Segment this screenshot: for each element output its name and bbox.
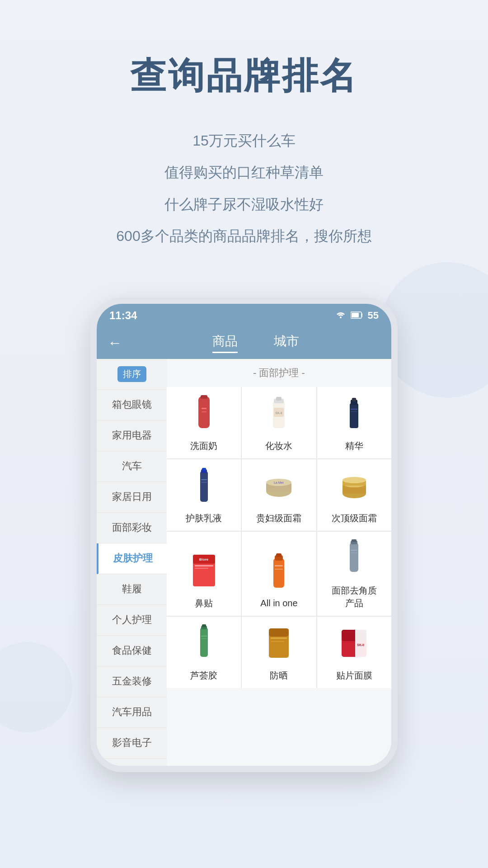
svg-rect-9 [276, 397, 282, 401]
product-cell-sheet-mask[interactable]: SK-II 贴片面膜 [317, 617, 391, 688]
product-image-aloe [188, 624, 220, 665]
svg-rect-54 [269, 628, 289, 637]
product-image-lotion [188, 467, 220, 507]
product-cell-luxury-cream[interactable]: La Mer 贵妇级面霜 [242, 459, 316, 531]
product-cell-allinone[interactable]: All in one [242, 532, 316, 616]
category-header: - 面部护理 - [167, 359, 391, 387]
back-button[interactable]: ← [108, 335, 122, 351]
product-label-sunscreen: 防晒 [270, 669, 288, 682]
phone-wrapper: 11:34 [0, 279, 488, 772]
product-cell-exfoliant[interactable]: 面部去角质 产品 [317, 532, 391, 616]
sidebar-label: 个人护理 [112, 613, 152, 627]
svg-rect-35 [195, 565, 213, 566]
product-image-nose-strip: Biore [188, 552, 220, 592]
product-cell-sunscreen[interactable]: 防晒 [242, 617, 316, 688]
sidebar-label: 面部彩妆 [112, 521, 152, 534]
wifi-icon [335, 310, 346, 321]
svg-rect-51 [201, 636, 207, 637]
product-image-essence [338, 394, 370, 435]
svg-rect-21 [201, 482, 207, 483]
svg-text:SK-II: SK-II [276, 411, 283, 415]
product-label-premium-cream: 次顶级面霜 [332, 512, 377, 524]
sidebar-item-bags[interactable]: 箱包眼镜 [97, 390, 167, 420]
status-bar: 11:34 [97, 304, 391, 327]
subtitle-list: 15万元买什么车 值得购买的口红种草清单 什么牌子尿不湿吸水性好 600多个品类… [0, 125, 488, 252]
product-cell-lotion[interactable]: 护肤乳液 [167, 459, 241, 531]
sidebar-item-electronics[interactable]: 影音电子 [97, 728, 167, 759]
svg-point-0 [340, 316, 342, 318]
sidebar-item-cars[interactable]: 汽车 [97, 451, 167, 482]
sidebar-item-shoes[interactable]: 鞋履 [97, 574, 167, 605]
sort-badge: 排序 [117, 366, 146, 382]
sidebar-label: 鞋履 [122, 582, 142, 596]
product-cell-aloe[interactable]: 芦荟胶 [167, 617, 241, 688]
subtitle-3: 什么牌子尿不湿吸水性好 [0, 189, 488, 220]
svg-text:La Mer: La Mer [274, 481, 284, 484]
sidebar-label: 影音电子 [112, 736, 152, 750]
svg-rect-48 [200, 627, 208, 657]
sidebar-label: 家居日用 [112, 490, 152, 504]
svg-rect-20 [201, 479, 207, 480]
svg-rect-40 [276, 553, 282, 557]
svg-text:Biore: Biore [199, 557, 208, 561]
svg-rect-42 [275, 569, 283, 570]
product-image-sunscreen [263, 624, 295, 665]
product-image-toner: SK-II [263, 394, 295, 435]
sidebar-item-personal[interactable]: 个人护理 [97, 605, 167, 636]
svg-rect-2 [352, 313, 359, 317]
tab-products[interactable]: 商品 [212, 333, 238, 353]
svg-rect-17 [200, 471, 208, 502]
svg-rect-4 [201, 395, 207, 399]
product-image-premium-cream [338, 467, 370, 507]
svg-rect-16 [351, 411, 357, 412]
svg-rect-41 [275, 565, 283, 566]
sidebar-item-makeup[interactable]: 面部彩妆 [97, 513, 167, 543]
svg-rect-52 [201, 638, 207, 639]
svg-point-32 [343, 477, 366, 483]
product-image-cleanser [188, 394, 220, 435]
product-label-lotion: 护肤乳液 [186, 512, 222, 524]
svg-rect-47 [351, 552, 357, 553]
product-image-exfoliant [338, 539, 370, 580]
sidebar-item-auto[interactable]: 汽车用品 [97, 697, 167, 728]
svg-rect-12 [350, 403, 358, 428]
svg-text:SK-II: SK-II [357, 643, 364, 646]
product-image-luxury-cream: La Mer [263, 467, 295, 507]
svg-rect-55 [271, 637, 287, 639]
product-image-allinone [263, 552, 295, 592]
sidebar-item-appliances[interactable]: 家用电器 [97, 420, 167, 451]
sidebar-item-hardware[interactable]: 五金装修 [97, 666, 167, 697]
svg-rect-15 [351, 409, 357, 410]
page-background: 查询品牌排名 15万元买什么车 值得购买的口红种草清单 什么牌子尿不湿吸水性好 … [0, 0, 488, 868]
subtitle-4: 600多个品类的商品品牌排名，搜你所想 [0, 220, 488, 252]
svg-rect-60 [355, 630, 366, 641]
product-label-aloe: 芦荟胶 [190, 669, 217, 682]
header-section: 查询品牌排名 15万元买什么车 值得购买的口红种草清单 什么牌子尿不湿吸水性好 … [0, 0, 488, 252]
phone-mockup: 11:34 [90, 297, 398, 772]
product-label-sheet-mask: 贴片面膜 [336, 669, 372, 682]
product-cell-essence[interactable]: 精华 [317, 387, 391, 458]
battery-icon [351, 310, 363, 321]
page-title: 查询品牌排名 [0, 54, 488, 98]
svg-rect-46 [351, 550, 357, 551]
tab-cities[interactable]: 城市 [274, 333, 299, 353]
product-cell-toner[interactable]: SK-II 化妆水 [242, 387, 316, 458]
product-label-luxury-cream: 贵妇级面霜 [256, 512, 301, 524]
svg-rect-43 [350, 542, 358, 572]
svg-rect-38 [273, 558, 284, 588]
product-cell-nose-strip[interactable]: Biore 鼻贴 [167, 532, 241, 616]
sidebar-item-skincare[interactable]: 皮肤护理 [97, 543, 167, 574]
sidebar-item-food[interactable]: 食品保健 [97, 636, 167, 666]
product-cell-cleanser[interactable]: 洗面奶 [167, 387, 241, 458]
sidebar-item-home[interactable]: 家居日用 [97, 482, 167, 513]
product-area: - 面部护理 - [167, 359, 391, 766]
subtitle-1: 15万元买什么车 [0, 125, 488, 156]
sidebar-badge-item[interactable]: 排序 [97, 359, 167, 390]
product-label-essence: 精华 [345, 439, 363, 452]
svg-rect-45 [352, 539, 357, 542]
nav-tabs: 商品 城市 [131, 333, 380, 353]
product-cell-premium-cream[interactable]: 次顶级面霜 [317, 459, 391, 531]
status-time: 11:34 [109, 309, 137, 322]
svg-rect-19 [202, 468, 206, 471]
sidebar-label: 皮肤护理 [113, 552, 153, 565]
